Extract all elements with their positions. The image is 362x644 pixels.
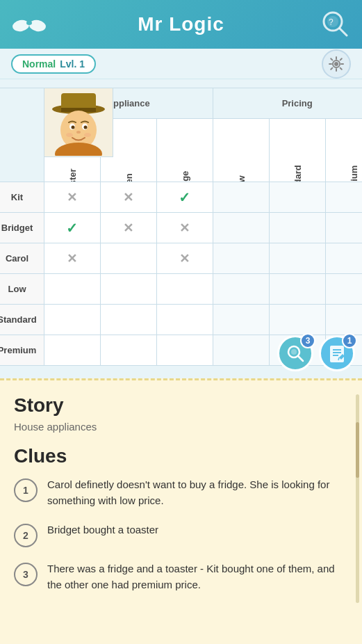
- mustache-icon: [13, 13, 46, 35]
- cell-premium-fridge[interactable]: [156, 335, 213, 366]
- cell-bridget-premium[interactable]: [325, 213, 362, 243]
- level-badge: Normal Lvl. 1: [11, 54, 96, 74]
- cell-kit-standard[interactable]: [269, 182, 325, 213]
- clue-number-2: 2: [14, 524, 38, 547]
- table-row: Bridget ✓ ✕ ✕: [0, 213, 362, 243]
- pricing-header: Pricing: [213, 88, 362, 119]
- notes-button[interactable]: 1: [319, 335, 355, 371]
- cell-low-oven[interactable]: [100, 274, 156, 305]
- cell-bridget-fridge[interactable]: ✕: [156, 213, 213, 243]
- cell-standard-fridge[interactable]: [156, 305, 213, 335]
- col-toaster: Toaster: [44, 119, 100, 182]
- cell-standard-standard[interactable]: [269, 305, 325, 335]
- row-kit: Kit: [0, 182, 44, 213]
- col-low: Low: [213, 119, 269, 182]
- cell-bridget-oven[interactable]: ✕: [100, 213, 156, 243]
- cell-carol-toaster[interactable]: ✕: [44, 243, 100, 274]
- cell-standard-toaster[interactable]: [44, 305, 100, 335]
- search-clues-button[interactable]: 3: [277, 335, 313, 371]
- cell-standard-low[interactable]: [213, 305, 269, 335]
- cell-kit-oven[interactable]: ✕: [100, 182, 156, 213]
- svg-point-23: [291, 349, 297, 355]
- scrollbar-track: [356, 394, 359, 603]
- cell-bridget-standard[interactable]: [269, 213, 325, 243]
- cell-carol-low[interactable]: [213, 243, 269, 274]
- cell-bridget-low[interactable]: [213, 213, 269, 243]
- cell-low-standard[interactable]: [269, 274, 325, 305]
- app-header: Mr Logic ?: [0, 0, 362, 49]
- cell-carol-standard[interactable]: [269, 243, 325, 274]
- table-row: Pricing Low: [0, 274, 362, 305]
- table-row: Carol ✕ ✕: [0, 243, 362, 274]
- app-title: Mr Logic: [138, 13, 224, 35]
- story-title: Story: [14, 394, 348, 417]
- cell-low-fridge[interactable]: [156, 274, 213, 305]
- clue-text-1: Carol definetly doesn't want to buy a fr…: [47, 477, 348, 508]
- col-fridge: Fridge: [156, 119, 213, 182]
- row-low: Low: [0, 274, 44, 305]
- svg-text:?: ?: [329, 17, 334, 27]
- table-row: Standard: [0, 305, 362, 335]
- row-carol: Carol: [0, 243, 44, 274]
- row-bridget: Bridget: [0, 213, 44, 243]
- svg-line-22: [298, 356, 303, 361]
- difficulty-label: Normal: [22, 58, 56, 70]
- action-buttons: 3 1: [277, 335, 355, 371]
- cell-standard-premium[interactable]: [325, 305, 362, 335]
- story-section: Story House appliances Clues 1 Carol def…: [0, 378, 362, 644]
- svg-rect-24: [330, 346, 344, 362]
- clue-number-3: 3: [14, 563, 38, 586]
- badge-1: 1: [342, 333, 357, 348]
- magnifier-icon: ?: [319, 8, 349, 41]
- clue-item-2: 2 Bridget bought a toaster: [14, 522, 348, 547]
- svg-line-28: [338, 357, 339, 360]
- scrollbar-thumb[interactable]: [356, 422, 359, 478]
- settings-button[interactable]: [322, 49, 351, 79]
- cell-standard-oven[interactable]: [100, 305, 156, 335]
- cell-premium-oven[interactable]: [100, 335, 156, 366]
- cell-carol-premium[interactable]: [325, 243, 362, 274]
- appliance-header: Appliance: [44, 88, 213, 119]
- row-premium: Premium: [0, 335, 44, 366]
- cell-premium-toaster[interactable]: [44, 335, 100, 366]
- grid-wrapper: Appliance Pricing Toaster Oven: [11, 88, 351, 366]
- table-row: Name Kit ✕ ✕ ✓: [0, 182, 362, 213]
- level-bar: Normal Lvl. 1: [0, 49, 362, 79]
- cell-premium-low[interactable]: [213, 335, 269, 366]
- cell-bridget-toaster[interactable]: ✓: [44, 213, 100, 243]
- puzzle-area: Appliance Pricing Toaster Oven: [0, 79, 362, 378]
- clue-text-2: Bridget bought a toaster: [47, 522, 158, 538]
- clue-item-1: 1 Carol definetly doesn't want to buy a …: [14, 477, 348, 508]
- clue-item-3: 3 There was a fridge and a toaster - Kit…: [14, 561, 348, 593]
- cell-low-premium[interactable]: [325, 274, 362, 305]
- col-premium: Premium: [325, 119, 362, 182]
- svg-point-2: [26, 21, 32, 25]
- story-subtitle: House appliances: [14, 421, 348, 433]
- clue-number-1: 1: [14, 478, 38, 502]
- col-standard: Standard: [269, 119, 325, 182]
- cell-carol-fridge[interactable]: ✕: [156, 243, 213, 274]
- level-label: Lvl. 1: [60, 58, 85, 70]
- svg-point-1: [28, 19, 46, 33]
- col-oven: Oven: [100, 119, 156, 182]
- cell-kit-toaster[interactable]: ✕: [44, 182, 100, 213]
- clue-text-3: There was a fridge and a toaster - Kit b…: [47, 561, 348, 593]
- cell-kit-fridge[interactable]: ✓: [156, 182, 213, 213]
- cell-kit-low[interactable]: [213, 182, 269, 213]
- row-standard: Standard: [0, 305, 44, 335]
- cell-low-toaster[interactable]: [44, 274, 100, 305]
- clues-title: Clues: [14, 445, 348, 467]
- logic-table: Appliance Pricing Toaster Oven: [0, 88, 362, 366]
- svg-point-7: [334, 62, 338, 66]
- svg-line-4: [340, 29, 347, 35]
- cell-kit-premium[interactable]: [325, 182, 362, 213]
- cell-carol-oven[interactable]: [100, 243, 156, 274]
- svg-point-0: [13, 19, 30, 33]
- badge-3: 3: [300, 333, 315, 348]
- cell-low-low[interactable]: [213, 274, 269, 305]
